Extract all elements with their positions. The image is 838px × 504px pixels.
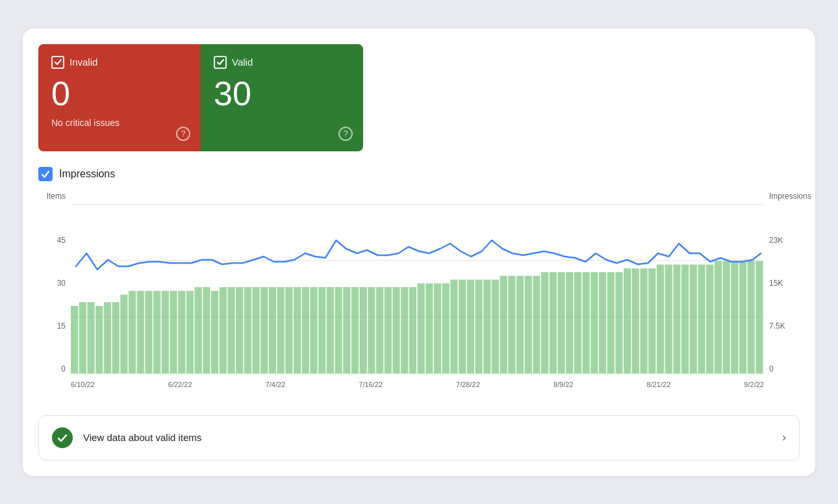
impressions-legend-label: Impressions	[59, 168, 115, 180]
svg-rect-8	[104, 302, 111, 373]
svg-rect-53	[475, 279, 482, 373]
svg-rect-33	[310, 287, 317, 373]
valid-box: Valid 30 ?	[201, 44, 363, 151]
svg-rect-71	[624, 268, 631, 373]
valid-help-button[interactable]: ?	[338, 127, 353, 141]
svg-rect-19	[195, 287, 202, 373]
view-data-button[interactable]: View data about valid items ›	[38, 415, 800, 460]
view-data-label: View data about valid items	[83, 432, 772, 443]
svg-rect-68	[599, 272, 606, 373]
svg-rect-86	[748, 260, 755, 373]
svg-rect-34	[318, 287, 325, 373]
svg-rect-29	[277, 287, 285, 373]
svg-rect-61	[541, 272, 548, 373]
svg-rect-32	[302, 287, 309, 373]
svg-rect-59	[525, 275, 532, 373]
svg-rect-15	[162, 290, 169, 373]
svg-rect-9	[112, 302, 120, 373]
invalid-box: Invalid 0 No critical issues ?	[38, 44, 201, 151]
chart-legend: Impressions	[38, 167, 800, 181]
svg-rect-80	[698, 264, 705, 373]
y-right-15k: 15K	[769, 279, 783, 288]
svg-rect-14	[153, 290, 160, 373]
svg-rect-25	[244, 287, 251, 373]
svg-rect-28	[269, 287, 276, 373]
svg-rect-75	[657, 264, 664, 373]
svg-rect-65	[574, 272, 581, 373]
invalid-count: 0	[51, 75, 188, 112]
invalid-help-button[interactable]: ?	[176, 127, 190, 141]
svg-rect-44	[401, 287, 408, 373]
y-right-title: Impressions	[769, 192, 811, 201]
svg-rect-20	[203, 287, 210, 373]
y-left-0: 0	[61, 364, 66, 373]
svg-rect-26	[252, 287, 259, 373]
y-left-30: 30	[57, 279, 66, 288]
svg-rect-23	[227, 287, 235, 373]
svg-rect-31	[294, 287, 301, 373]
svg-rect-77	[673, 264, 680, 373]
svg-rect-47	[425, 283, 433, 373]
svg-rect-24	[236, 287, 243, 373]
svg-rect-81	[706, 264, 713, 373]
y-right-7k: 7.5K	[769, 321, 785, 331]
svg-rect-27	[260, 287, 268, 373]
y-left-15: 15	[57, 321, 66, 331]
valid-checkbox-icon	[214, 56, 227, 69]
svg-rect-63	[557, 272, 565, 373]
svg-rect-22	[220, 287, 227, 373]
x-label-7: 8/21/22	[647, 381, 671, 388]
svg-rect-50	[450, 279, 457, 373]
svg-rect-69	[607, 272, 615, 373]
svg-rect-85	[739, 260, 746, 373]
svg-rect-5	[79, 302, 86, 373]
svg-rect-45	[409, 287, 416, 373]
chart-svg	[71, 205, 764, 373]
y-left-title: Items	[47, 192, 66, 201]
svg-rect-49	[442, 283, 450, 373]
invalid-subtitle: No critical issues	[51, 118, 188, 128]
svg-rect-72	[632, 268, 639, 373]
svg-rect-41	[376, 287, 383, 373]
svg-rect-82	[715, 260, 722, 373]
x-axis-labels: 6/10/22 6/22/22 7/4/22 7/16/22 7/28/22 8…	[71, 377, 764, 399]
svg-rect-74	[648, 268, 655, 373]
impressions-legend-checkbox[interactable]	[38, 167, 53, 181]
svg-rect-17	[178, 290, 185, 373]
status-row: Invalid 0 No critical issues ? Valid 30 …	[38, 44, 363, 151]
y-right-23k: 23K	[769, 236, 783, 245]
svg-rect-39	[360, 287, 367, 373]
x-label-1: 6/10/22	[71, 381, 95, 388]
svg-rect-6	[87, 302, 94, 373]
valid-header: Valid	[214, 56, 350, 69]
svg-rect-46	[418, 283, 425, 373]
x-label-8: 9/2/22	[744, 381, 764, 388]
svg-rect-18	[186, 290, 194, 373]
svg-rect-30	[285, 287, 292, 373]
svg-rect-11	[129, 290, 136, 373]
y-right-0: 0	[769, 364, 774, 373]
x-label-2: 6/22/22	[168, 381, 192, 388]
svg-rect-43	[392, 287, 400, 373]
svg-rect-87	[755, 260, 763, 373]
svg-rect-55	[492, 279, 499, 373]
svg-rect-62	[550, 272, 557, 373]
invalid-label: Invalid	[70, 57, 97, 68]
svg-rect-73	[640, 268, 647, 373]
chart-section: Impressions Items 45 30 15 0 Impressions…	[38, 167, 800, 399]
svg-rect-35	[327, 287, 334, 373]
svg-rect-60	[533, 275, 540, 373]
svg-rect-79	[690, 264, 697, 373]
svg-rect-54	[483, 279, 490, 373]
svg-rect-70	[615, 272, 622, 373]
svg-rect-64	[566, 272, 573, 373]
svg-rect-40	[368, 287, 375, 373]
svg-rect-13	[145, 290, 152, 373]
chart-inner	[71, 205, 764, 373]
x-label-6: 8/9/22	[553, 381, 574, 388]
x-label-5: 7/28/22	[456, 381, 480, 388]
svg-rect-37	[343, 287, 350, 373]
svg-rect-57	[508, 275, 515, 373]
svg-rect-78	[681, 264, 689, 373]
chart-container: Items 45 30 15 0 Impressions 23K 15K 7.5…	[38, 192, 800, 399]
